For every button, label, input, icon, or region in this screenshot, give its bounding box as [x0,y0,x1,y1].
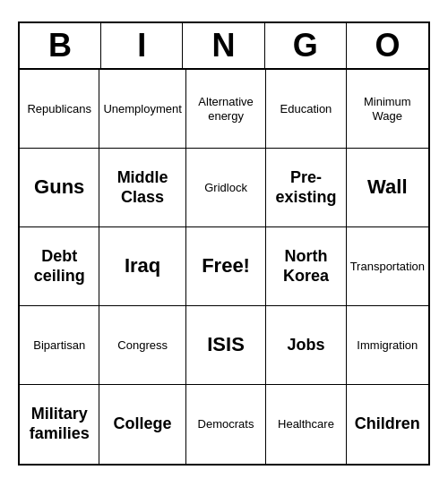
bingo-cell: Gridlock [186,149,266,227]
bingo-cell: Congress [99,306,185,385]
bingo-cell: Bipartisan [20,306,99,385]
bingo-card: BINGO RepublicansUnemploymentAlternative… [18,21,430,466]
bingo-cell: Pre-existing [266,149,346,227]
bingo-grid: RepublicansUnemploymentAlternative energ… [20,70,428,464]
bingo-cell: Debt ceiling [20,227,99,306]
bingo-cell: Transportation [347,227,428,306]
bingo-cell: Free! [186,227,266,306]
bingo-cell: Unemployment [99,70,185,149]
bingo-cell: Education [266,70,346,149]
bingo-cell: Guns [20,149,99,227]
bingo-cell: Jobs [266,306,346,385]
bingo-cell: Middle Class [99,149,185,227]
bingo-cell: ISIS [186,306,266,385]
bingo-cell: Iraq [99,227,185,306]
header-letter: G [265,23,347,68]
bingo-cell: Wall [347,149,428,227]
bingo-cell: Military families [20,385,99,464]
bingo-cell: Republicans [20,70,99,149]
bingo-cell: Democrats [186,385,266,464]
header-letter: I [101,23,183,68]
bingo-cell: North Korea [266,227,346,306]
header-letter: O [347,23,428,68]
bingo-cell: Alternative energy [186,70,266,149]
header-letter: B [20,23,101,68]
bingo-cell: College [99,385,185,464]
bingo-cell: Immigration [347,306,428,385]
bingo-cell: Healthcare [266,385,346,464]
bingo-header: BINGO [20,23,428,70]
header-letter: N [183,23,264,68]
bingo-cell: Children [347,385,428,464]
bingo-cell: Minimum Wage [347,70,428,149]
